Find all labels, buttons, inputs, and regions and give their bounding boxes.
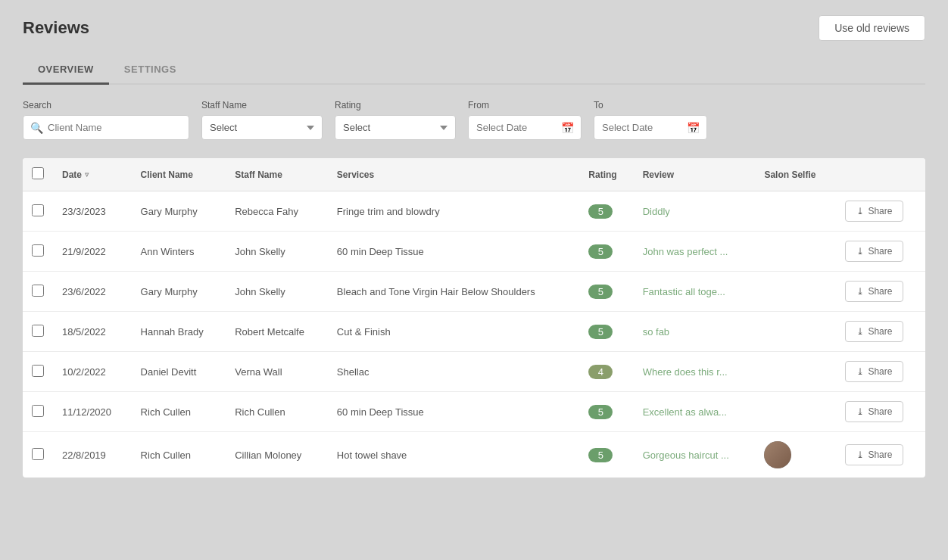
rating-select[interactable]: Select 1 2 3 4 5 xyxy=(335,115,456,140)
th-staff-name: Staff Name xyxy=(226,158,328,191)
row-checkbox[interactable] xyxy=(32,204,44,216)
row-share-cell: ⤓ Share xyxy=(836,392,925,432)
rating-badge: 5 xyxy=(588,204,613,219)
avatar xyxy=(764,441,791,468)
review-text: Diddly xyxy=(643,206,670,217)
row-rating: 5 xyxy=(579,232,633,272)
row-checkbox[interactable] xyxy=(32,365,44,377)
share-button[interactable]: ⤓ Share xyxy=(845,321,903,342)
row-staff: Verna Wall xyxy=(226,352,328,392)
table-row: 23/6/2022Gary MurphyJohn SkellyBleach an… xyxy=(23,272,925,312)
row-checkbox-cell xyxy=(23,232,53,272)
row-review: so fab xyxy=(634,312,756,352)
row-selfie xyxy=(755,432,836,478)
share-icon: ⤓ xyxy=(856,246,864,257)
row-client: Hannah Brady xyxy=(132,312,226,352)
share-button[interactable]: ⤓ Share xyxy=(845,281,903,302)
avatar-image xyxy=(764,441,791,468)
share-button[interactable]: ⤓ Share xyxy=(845,361,903,382)
share-button[interactable]: ⤓ Share xyxy=(845,401,903,422)
row-date: 10/2/2022 xyxy=(53,352,132,392)
row-selfie xyxy=(755,352,836,392)
row-staff: Cillian Moloney xyxy=(226,432,328,478)
row-checkbox-cell xyxy=(23,392,53,432)
row-rating: 5 xyxy=(579,432,633,478)
table-row: 22/8/2019Rich CullenCillian MoloneyHot t… xyxy=(23,432,925,478)
rating-badge: 5 xyxy=(588,325,613,339)
row-checkbox[interactable] xyxy=(32,244,44,257)
row-staff: Rich Cullen xyxy=(226,392,328,432)
row-review: Where does this r... xyxy=(634,352,756,392)
review-text: so fab xyxy=(643,326,669,338)
th-salon-selfie: Salon Selfie xyxy=(755,158,836,191)
row-review: John was perfect ... xyxy=(634,232,756,272)
share-icon: ⤓ xyxy=(856,366,864,377)
row-staff: Robert Metcalfe xyxy=(226,312,328,352)
row-share-cell: ⤓ Share xyxy=(836,352,925,392)
share-button[interactable]: ⤓ Share xyxy=(845,241,903,262)
to-date-wrap: 📅 xyxy=(594,115,707,140)
row-staff: John Skelly xyxy=(226,232,328,272)
rating-badge: 4 xyxy=(588,365,613,379)
table-row: 11/12/2020Rich CullenRich Cullen60 min D… xyxy=(23,392,925,432)
review-text: Fantastic all toge... xyxy=(643,286,725,297)
row-date: 23/6/2022 xyxy=(53,272,132,312)
page-title: Reviews xyxy=(23,18,89,38)
share-button[interactable]: ⤓ Share xyxy=(845,444,903,465)
from-label: From xyxy=(468,100,582,110)
from-date-wrap: 📅 xyxy=(468,115,582,140)
staff-name-label: Staff Name xyxy=(201,100,323,110)
row-staff: John Skelly xyxy=(226,272,328,312)
row-client: Gary Murphy xyxy=(132,272,226,312)
row-staff: Rebecca Fahy xyxy=(226,191,328,232)
row-share-cell: ⤓ Share xyxy=(836,232,925,272)
reviews-table-container: Date ▿ Client Name Staff Name Services R… xyxy=(23,158,925,478)
row-rating: 5 xyxy=(579,272,633,312)
th-date: Date ▿ xyxy=(53,158,132,191)
row-checkbox-cell xyxy=(23,432,53,478)
th-services: Services xyxy=(328,158,579,191)
share-icon: ⤓ xyxy=(856,450,864,460)
row-review: Excellent as alwa... xyxy=(634,392,756,432)
search-filter-group: Search 🔍 xyxy=(23,100,189,140)
row-checkbox-cell xyxy=(23,191,53,232)
staff-name-filter-group: Staff Name Select Rebecca Fahy John Skel… xyxy=(201,100,323,140)
table-body: 23/3/2023Gary MurphyRebecca FahyFringe t… xyxy=(23,191,925,478)
from-filter-group: From 📅 xyxy=(468,100,582,140)
to-label: To xyxy=(594,100,707,110)
row-checkbox[interactable] xyxy=(32,448,44,460)
row-rating: 5 xyxy=(579,312,633,352)
row-review: Diddly xyxy=(634,191,756,232)
row-selfie xyxy=(755,272,836,312)
row-checkbox-cell xyxy=(23,272,53,312)
date-sort[interactable]: Date ▿ xyxy=(62,170,123,180)
share-button[interactable]: ⤓ Share xyxy=(845,201,903,222)
row-checkbox[interactable] xyxy=(32,285,44,297)
table-row: 18/5/2022Hannah BradyRobert MetcalfeCut … xyxy=(23,312,925,352)
row-checkbox[interactable] xyxy=(32,325,44,337)
tab-overview[interactable]: OVERVIEW xyxy=(23,56,109,85)
rating-badge: 5 xyxy=(588,244,613,259)
table-row: 23/3/2023Gary MurphyRebecca FahyFringe t… xyxy=(23,191,925,232)
calendar-icon-to: 📅 xyxy=(687,122,700,134)
select-all-checkbox[interactable] xyxy=(32,167,44,179)
row-selfie xyxy=(755,232,836,272)
row-date: 21/9/2022 xyxy=(53,232,132,272)
row-date: 23/3/2023 xyxy=(53,191,132,232)
row-client: Rich Cullen xyxy=(132,432,226,478)
row-checkbox[interactable] xyxy=(32,405,44,417)
use-old-reviews-button[interactable]: Use old reviews xyxy=(819,15,925,41)
rating-label: Rating xyxy=(335,100,456,110)
share-icon: ⤓ xyxy=(856,206,864,216)
tabs: OVERVIEW SETTINGS xyxy=(23,56,925,85)
search-input[interactable] xyxy=(23,115,189,140)
row-rating: 4 xyxy=(579,352,633,392)
staff-name-select[interactable]: Select Rebecca Fahy John Skelly Robert M… xyxy=(201,115,323,140)
row-checkbox-cell xyxy=(23,312,53,352)
rating-badge: 5 xyxy=(588,405,613,419)
table-row: 21/9/2022Ann WintersJohn Skelly60 min De… xyxy=(23,232,925,272)
th-checkbox xyxy=(23,158,53,191)
row-rating: 5 xyxy=(579,392,633,432)
row-client: Daniel Devitt xyxy=(132,352,226,392)
tab-settings[interactable]: SETTINGS xyxy=(109,56,192,85)
